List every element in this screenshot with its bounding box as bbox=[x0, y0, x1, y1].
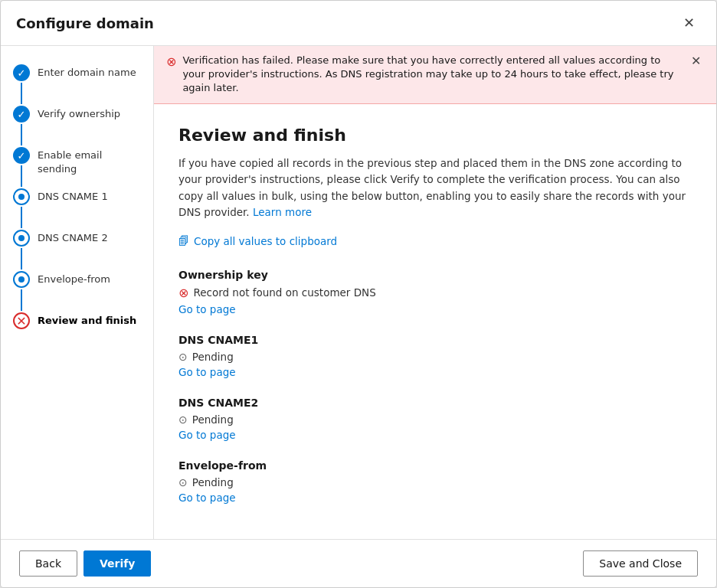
record-title-dns-cname2: DNS CNAME2 bbox=[178, 397, 692, 409]
alert-error-icon: ⊗ bbox=[166, 54, 176, 69]
record-title-envelope-from: Envelope-from bbox=[178, 459, 692, 472]
step-connector-enter-domain bbox=[21, 83, 22, 104]
alert-bar: ⊗ Verification has failed. Please make s… bbox=[154, 46, 716, 104]
record-title-ownership-key: Ownership key bbox=[178, 269, 692, 281]
configure-domain-dialog: Configure domain ✕ ✓Enter domain name✓Ve… bbox=[0, 0, 717, 588]
step-icon-review-finish: ✕ bbox=[13, 312, 30, 329]
record-go-to-page-link-ownership-key[interactable]: Go to page bbox=[178, 303, 236, 315]
step-label-dns-cname-1: DNS CNAME 1 bbox=[38, 188, 108, 204]
step-connector-enable-email bbox=[21, 165, 22, 187]
sidebar-step-dns-cname-1[interactable]: DNS CNAME 1 bbox=[1, 188, 153, 230]
record-section-dns-cname1: DNS CNAME1⊙PendingGo to page bbox=[178, 334, 692, 378]
section-description: If you have copied all records in the pr… bbox=[178, 155, 692, 221]
dialog-header: Configure domain ✕ bbox=[1, 1, 716, 46]
sidebar-step-review-finish[interactable]: ✕Review and finish bbox=[1, 312, 153, 329]
section-title: Review and finish bbox=[178, 126, 692, 145]
record-status-text-dns-cname1: Pending bbox=[192, 351, 234, 363]
step-label-verify-ownership: Verify ownership bbox=[38, 106, 120, 121]
dialog-footer: Back Verify Save and Close bbox=[1, 539, 716, 587]
step-connector-envelope-from bbox=[21, 289, 22, 311]
sidebar: ✓Enter domain name✓Verify ownership✓Enab… bbox=[1, 46, 154, 539]
record-status-dns-cname2: ⊙Pending bbox=[178, 413, 692, 426]
record-section-envelope-from: Envelope-from⊙PendingGo to page bbox=[178, 459, 692, 504]
record-status-text-envelope-from: Pending bbox=[192, 476, 234, 488]
copy-all-link[interactable]: 🗐 Copy all values to clipboard bbox=[178, 235, 692, 247]
step-icon-enter-domain: ✓ bbox=[13, 64, 30, 81]
learn-more-link[interactable]: Learn more bbox=[253, 206, 312, 218]
record-status-envelope-from: ⊙Pending bbox=[178, 476, 692, 488]
sidebar-step-item-review-finish[interactable]: ✕Review and finish bbox=[1, 312, 153, 329]
step-label-envelope-from: Envelope-from bbox=[38, 271, 110, 286]
sidebar-step-item-envelope-from[interactable]: Envelope-from bbox=[1, 271, 153, 312]
save-close-button[interactable]: Save and Close bbox=[583, 550, 698, 577]
main-content: ⊗ Verification has failed. Please make s… bbox=[154, 46, 716, 539]
alert-close-button[interactable]: ✕ bbox=[688, 54, 704, 68]
record-pending-icon-envelope-from: ⊙ bbox=[178, 476, 188, 488]
copy-icon: 🗐 bbox=[178, 235, 189, 247]
step-label-review-finish: Review and finish bbox=[38, 312, 136, 328]
dialog-title: Configure domain bbox=[16, 15, 154, 31]
dialog-body: ✓Enter domain name✓Verify ownership✓Enab… bbox=[1, 46, 716, 539]
step-icon-verify-ownership: ✓ bbox=[13, 106, 30, 122]
record-status-text-ownership-key: Record not found on customer DNS bbox=[193, 286, 375, 299]
record-title-dns-cname1: DNS CNAME1 bbox=[178, 334, 692, 346]
record-status-text-dns-cname2: Pending bbox=[192, 413, 234, 426]
record-go-to-page-link-dns-cname1[interactable]: Go to page bbox=[178, 366, 236, 378]
sidebar-step-enter-domain[interactable]: ✓Enter domain name bbox=[1, 64, 153, 106]
step-label-dns-cname-2: DNS CNAME 2 bbox=[38, 230, 108, 245]
step-icon-enable-email: ✓ bbox=[13, 147, 30, 164]
record-section-ownership-key: Ownership key⊗Record not found on custom… bbox=[178, 269, 692, 315]
step-icon-dns-cname-1 bbox=[13, 188, 30, 205]
step-connector-verify-ownership bbox=[21, 124, 22, 145]
record-status-ownership-key: ⊗Record not found on customer DNS bbox=[178, 286, 692, 300]
record-go-to-page-link-envelope-from[interactable]: Go to page bbox=[178, 492, 236, 504]
step-label-enter-domain: Enter domain name bbox=[38, 64, 136, 80]
alert-text: Verification has failed. Please make sur… bbox=[182, 54, 682, 96]
sidebar-step-item-enter-domain[interactable]: ✓Enter domain name bbox=[1, 64, 153, 106]
record-pending-icon-dns-cname1: ⊙ bbox=[178, 351, 188, 363]
sidebar-step-item-enable-email[interactable]: ✓Enable email sending bbox=[1, 147, 153, 188]
sidebar-step-verify-ownership[interactable]: ✓Verify ownership bbox=[1, 106, 153, 147]
step-icon-dns-cname-2 bbox=[13, 230, 30, 247]
sidebar-step-enable-email[interactable]: ✓Enable email sending bbox=[1, 147, 153, 188]
sidebar-step-item-dns-cname-2[interactable]: DNS CNAME 2 bbox=[1, 230, 153, 271]
verify-button[interactable]: Verify bbox=[83, 550, 151, 577]
record-go-to-page-link-dns-cname2[interactable]: Go to page bbox=[178, 429, 236, 441]
record-section-dns-cname2: DNS CNAME2⊙PendingGo to page bbox=[178, 397, 692, 441]
step-icon-envelope-from bbox=[13, 271, 30, 288]
record-error-icon-ownership-key: ⊗ bbox=[178, 286, 188, 300]
record-status-dns-cname1: ⊙Pending bbox=[178, 351, 692, 363]
dialog-close-button[interactable]: ✕ bbox=[677, 11, 701, 34]
sidebar-step-item-verify-ownership[interactable]: ✓Verify ownership bbox=[1, 106, 153, 147]
sidebar-step-item-dns-cname-1[interactable]: DNS CNAME 1 bbox=[1, 188, 153, 230]
record-pending-icon-dns-cname2: ⊙ bbox=[178, 413, 188, 426]
content-area: Review and finish If you have copied all… bbox=[154, 104, 716, 539]
step-connector-dns-cname-2 bbox=[21, 248, 22, 270]
footer-left-buttons: Back Verify bbox=[19, 550, 151, 577]
sidebar-step-dns-cname-2[interactable]: DNS CNAME 2 bbox=[1, 230, 153, 271]
records-container: Ownership key⊗Record not found on custom… bbox=[178, 269, 692, 504]
back-button[interactable]: Back bbox=[19, 550, 77, 577]
step-connector-dns-cname-1 bbox=[21, 207, 22, 228]
sidebar-step-envelope-from[interactable]: Envelope-from bbox=[1, 271, 153, 312]
step-label-enable-email: Enable email sending bbox=[38, 147, 141, 176]
